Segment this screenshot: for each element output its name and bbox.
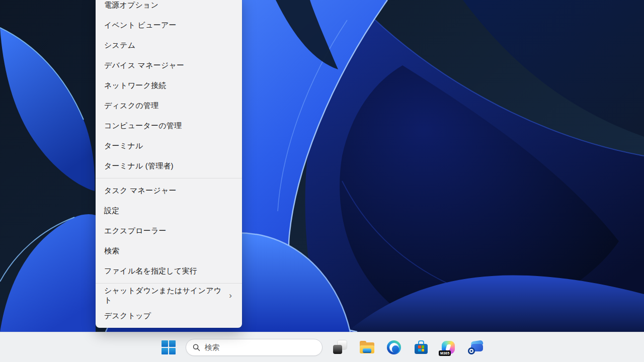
menu-item-terminal[interactable]: ターミナル [96, 136, 242, 156]
menu-item-label: ネットワーク接続 [104, 81, 166, 90]
copilot-ribbon-icon: M365 [441, 340, 455, 354]
menu-item-label: タスク マネージャー [104, 186, 177, 196]
menu-item-desktop[interactable]: デスクトップ [96, 306, 242, 326]
menu-item-label: エクスプローラー [104, 226, 167, 236]
menu-item-label: ファイル名を指定して実行 [104, 266, 197, 276]
taskbar-item-microsoft-store[interactable] [411, 337, 431, 357]
menu-item-label: システム [104, 41, 135, 50]
menu-item-label: 検索 [104, 246, 119, 256]
taskbar-item-file-explorer[interactable] [357, 337, 377, 357]
chevron-right-icon: › [229, 291, 232, 300]
edge-icon [387, 340, 401, 354]
taskbar-item-m365-copilot[interactable]: M365 [438, 337, 458, 357]
menu-item-label: ディスクの管理 [104, 101, 158, 111]
taskbar-item-task-view[interactable] [330, 337, 350, 357]
menu-item-task-manager[interactable]: タスク マネージャー [96, 180, 242, 201]
taskbar-search-box[interactable] [186, 339, 323, 356]
menu-divider [96, 283, 242, 284]
menu-item-file-explorer[interactable]: エクスプローラー [96, 221, 242, 241]
menu-item-label: イベント ビューアー [104, 21, 177, 30]
menu-item-shutdown-signout[interactable]: シャットダウンまたはサインアウト› [96, 286, 242, 306]
search-input[interactable] [204, 343, 315, 351]
menu-item-label: 設定 [104, 206, 119, 216]
windows-logo-icon [162, 340, 176, 354]
magnifier-icon [193, 343, 200, 351]
winx-context-menu: 電源オプションイベント ビューアーシステムデバイス マネージャーネットワーク接続… [96, 0, 242, 328]
task-view-icon [333, 340, 347, 354]
folder-icon [360, 341, 374, 353]
menu-item-run[interactable]: ファイル名を指定して実行 [96, 261, 242, 281]
menu-item-search[interactable]: 検索 [96, 241, 242, 261]
menu-item-label: デスクトップ [104, 311, 151, 321]
menu-item-label: 電源オプション [104, 1, 158, 10]
m365-badge: M365 [439, 350, 451, 356]
menu-item-power-options[interactable]: 電源オプション [96, 0, 242, 15]
outlook-icon [468, 340, 483, 354]
menu-item-label: デバイス マネージャー [104, 61, 184, 70]
menu-item-settings[interactable]: 設定 [96, 201, 242, 221]
menu-item-computer-management[interactable]: コンピューターの管理 [96, 116, 242, 136]
taskbar: M365 [0, 332, 644, 362]
store-bag-icon [415, 340, 428, 354]
menu-item-network-connections[interactable]: ネットワーク接続 [96, 75, 242, 96]
menu-item-event-viewer[interactable]: イベント ビューアー [96, 15, 242, 35]
taskbar-item-microsoft-edge[interactable] [384, 337, 404, 357]
menu-item-label: ターミナル [104, 141, 143, 151]
start-button[interactable] [158, 337, 179, 357]
menu-item-device-manager[interactable]: デバイス マネージャー [96, 55, 242, 75]
menu-item-label: コンピューターの管理 [104, 121, 182, 131]
menu-item-terminal-admin[interactable]: ターミナル (管理者) [96, 156, 242, 176]
menu-divider [96, 178, 242, 178]
menu-item-label: ターミナル (管理者) [104, 161, 174, 171]
menu-item-system[interactable]: システム [96, 35, 242, 55]
menu-item-disk-management[interactable]: ディスクの管理 [96, 96, 242, 116]
taskbar-item-outlook[interactable] [465, 337, 486, 357]
menu-item-label: シャットダウンまたはサインアウト [104, 286, 229, 305]
